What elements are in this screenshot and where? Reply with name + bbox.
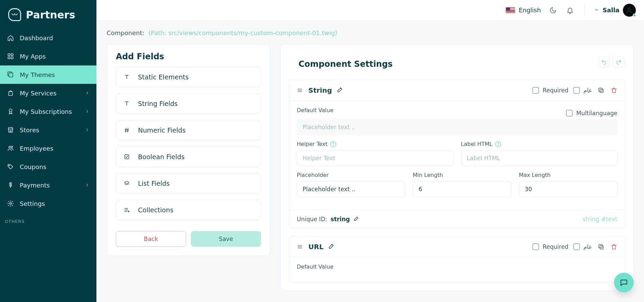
checkbox-icon — [123, 153, 131, 161]
sidebar-item-themes[interactable]: My Themes — [0, 65, 96, 84]
svg-point-8 — [9, 165, 10, 166]
add-fields-panel: Add Fields Static Elements String Fields — [107, 44, 270, 256]
sidebar-item-services[interactable]: My Services — [0, 84, 96, 102]
breadcrumb: Component: (Path: src/views/components/m… — [107, 29, 634, 36]
max-length-input[interactable] — [519, 181, 617, 197]
undo-redo — [598, 56, 625, 68]
brand: Partners — [0, 0, 96, 26]
label-html-input[interactable] — [461, 150, 618, 166]
sidebar-item-label: Employees — [20, 145, 53, 152]
default-value-label: Default Value — [297, 263, 617, 270]
username: Salla — [602, 6, 619, 14]
sidebar-item-employees[interactable]: Employees — [0, 139, 96, 157]
list-plus-icon — [123, 206, 131, 214]
bag-icon — [7, 89, 14, 97]
stack-icon — [123, 180, 131, 187]
field-type-numeric[interactable]: Numeric Fields — [116, 120, 261, 140]
arabic-checkbox[interactable]: عام — [573, 87, 592, 94]
duplicate-icon[interactable] — [597, 86, 605, 94]
helper-text-label: Helper Text? — [297, 141, 454, 147]
field-type-label: Boolean Fields — [138, 153, 185, 161]
chevron-right-icon — [85, 90, 90, 97]
text-icon — [123, 73, 131, 81]
field-type-static[interactable]: Static Elements — [116, 67, 261, 87]
helper-text-input[interactable] — [297, 150, 454, 166]
sidebar-item-label: My Themes — [20, 71, 55, 78]
field-type-list[interactable]: List Fields — [116, 173, 261, 194]
delete-icon[interactable] — [610, 86, 618, 94]
back-button[interactable]: Back — [116, 231, 186, 247]
dark-mode-icon[interactable] — [548, 5, 558, 15]
presence-dot-icon — [633, 14, 636, 17]
drag-handle-icon[interactable] — [296, 87, 304, 94]
placeholder-input[interactable] — [297, 181, 405, 197]
breadcrumb-label: Component: — [107, 29, 144, 36]
min-length-label: Min Length — [413, 172, 511, 178]
block-title: URL — [308, 243, 323, 251]
edit-title-icon[interactable] — [328, 243, 335, 251]
delete-icon[interactable] — [610, 243, 618, 251]
placeholder-label: Placeholder — [297, 172, 405, 178]
required-checkbox[interactable]: Required — [532, 243, 568, 250]
field-type-collections[interactable]: Collections — [116, 200, 261, 220]
sidebar: Partners Dashboard My Apps My Themes My … — [0, 0, 96, 302]
help-icon[interactable]: ? — [330, 141, 336, 147]
field-type-label: Static Elements — [138, 73, 189, 81]
duplicate-icon[interactable] — [597, 243, 605, 251]
field-type-list: Static Elements String Fields Numeric Fi… — [107, 65, 270, 227]
text-icon — [123, 100, 131, 107]
grid-icon — [7, 52, 14, 60]
edit-uid-icon[interactable] — [353, 215, 359, 223]
sidebar-item-settings[interactable]: Settings — [0, 194, 96, 213]
language-switch[interactable]: English — [506, 6, 541, 14]
required-checkbox[interactable]: Required — [532, 87, 568, 94]
svg-point-9 — [10, 203, 12, 205]
undo-button[interactable] — [598, 56, 610, 68]
setting-block-url: URL Required عام Default Value — [289, 236, 625, 283]
sidebar-item-label: Stores — [20, 126, 39, 134]
sidebar-item-label: Settings — [20, 200, 45, 207]
drag-handle-icon[interactable] — [296, 243, 304, 251]
field-type-label: Collections — [138, 206, 173, 214]
min-length-input[interactable] — [413, 181, 511, 197]
field-type-label: List Fields — [138, 180, 170, 187]
sidebar-item-apps[interactable]: My Apps — [0, 47, 96, 65]
help-icon[interactable]: ? — [495, 141, 501, 147]
sidebar-item-payments[interactable]: Payments — [0, 176, 96, 194]
content: Component: (Path: src/views/components/m… — [96, 20, 644, 302]
chat-bubble[interactable] — [614, 273, 634, 292]
edit-title-icon[interactable] — [337, 86, 343, 94]
tag-icon — [7, 163, 14, 170]
arabic-checkbox[interactable]: عام — [573, 243, 592, 250]
sidebar-item-label: My Subscriptions — [20, 108, 72, 115]
badge-icon — [7, 108, 14, 115]
notifications-icon[interactable] — [565, 5, 575, 15]
multilanguage-checkbox[interactable]: Multilanguage — [566, 107, 617, 119]
field-type-boolean[interactable]: Boolean Fields — [116, 147, 261, 167]
setting-block-string: String Required عام Default Value — [289, 80, 625, 229]
field-type-string[interactable]: String Fields — [116, 93, 261, 114]
user-menu[interactable]: Salla — [594, 4, 636, 17]
sidebar-item-label: My Apps — [20, 53, 46, 60]
chevron-right-icon — [85, 182, 90, 189]
svg-point-10 — [628, 8, 630, 10]
settings-title: Component Settings — [290, 52, 593, 72]
field-type-label: String Fields — [138, 100, 178, 107]
default-value-input[interactable] — [297, 119, 617, 135]
redo-button[interactable] — [613, 56, 625, 68]
sidebar-item-stores[interactable]: Stores — [0, 121, 96, 139]
sidebar-item-dashboard[interactable]: Dashboard — [0, 29, 96, 47]
breadcrumb-path: (Path: src/views/components/my-custom-co… — [149, 29, 337, 36]
sidebar-group-others: OTHERS — [0, 213, 96, 227]
sidebar-item-label: Coupons — [20, 163, 46, 170]
save-button[interactable]: Save — [191, 231, 261, 247]
clone-icon — [7, 71, 14, 78]
svg-rect-2 — [8, 57, 10, 59]
dollar-icon — [7, 181, 14, 189]
header-separator — [584, 4, 585, 16]
home-icon — [7, 34, 14, 42]
hash-icon — [123, 126, 131, 134]
sidebar-item-coupons[interactable]: Coupons — [0, 157, 96, 176]
brand-title: Partners — [26, 9, 75, 21]
sidebar-item-subscriptions[interactable]: My Subscriptions — [0, 102, 96, 121]
